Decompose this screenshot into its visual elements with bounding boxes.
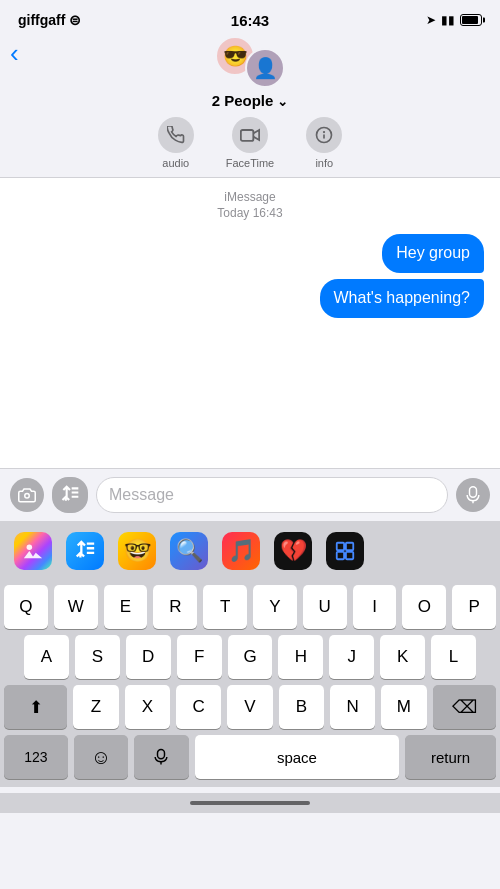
people-count-label: 2 People [212,92,274,109]
info-button[interactable]: info [306,117,342,169]
keyboard-row-2: A S D F G H J K L [0,635,500,679]
camera-button[interactable] [10,478,44,512]
battery-icon [460,14,482,26]
key-q[interactable]: Q [4,585,48,629]
signal-icon: ▮▮ [441,13,455,27]
key-n[interactable]: N [330,685,375,729]
keyboard-row-4: 123 ☺ space return [0,735,500,787]
home-indicator [190,801,310,805]
key-w[interactable]: W [54,585,98,629]
key-space[interactable]: space [195,735,399,779]
wifi-icon: ⊜ [69,12,81,28]
video-icon [232,117,268,153]
info-label: info [315,157,333,169]
group-avatars: 😎 👤 [215,36,285,88]
audio-label: audio [162,157,189,169]
svg-rect-12 [158,749,165,758]
key-k[interactable]: K [380,635,425,679]
app-tray: 🤓 🔍 🎵 💔 [0,521,500,581]
svg-rect-11 [346,552,353,559]
input-bar [0,468,500,521]
message-input[interactable] [109,486,435,504]
status-time: 16:43 [231,12,269,29]
key-d[interactable]: D [126,635,171,679]
key-delete[interactable]: ⌫ [433,685,496,729]
key-f[interactable]: F [177,635,222,679]
key-r[interactable]: R [153,585,197,629]
message-bubbles: Hey group What's happening? [16,234,484,318]
key-emoji[interactable]: ☺ [74,735,129,779]
key-microphone[interactable] [134,735,189,779]
tray-music-icon[interactable]: 🎵 [222,532,260,570]
home-indicator-bar [0,793,500,813]
key-o[interactable]: O [402,585,446,629]
key-t[interactable]: T [203,585,247,629]
message-input-wrap[interactable] [96,477,448,513]
chevron-down-icon: ⌄ [277,94,288,109]
key-shift[interactable]: ⬆ [4,685,67,729]
facetime-label: FaceTime [226,157,275,169]
contact-name[interactable]: 2 People ⌄ [212,92,289,109]
header-actions: audio FaceTime info [158,117,343,169]
date-label: Today 16:43 [217,206,282,220]
carrier-wifi: giffgaff ⊜ [18,12,81,28]
svg-rect-8 [337,543,344,550]
svg-rect-5 [470,487,477,498]
audio-button[interactable]: audio [158,117,194,169]
carrier-text: giffgaff [18,12,65,28]
location-icon: ➤ [426,13,436,27]
service-label: iMessage [224,190,275,204]
key-m[interactable]: M [381,685,426,729]
key-v[interactable]: V [227,685,272,729]
svg-rect-9 [346,543,353,550]
audio-input-button[interactable] [456,478,490,512]
keyboard-row-1: Q W E R T Y U I O P [0,585,500,629]
key-u[interactable]: U [303,585,347,629]
avatar-2: 👤 [245,48,285,88]
keyboard: Q W E R T Y U I O P A S D F G H J K L ⬆ … [0,581,500,787]
key-x[interactable]: X [125,685,170,729]
key-j[interactable]: J [329,635,374,679]
key-return[interactable]: return [405,735,496,779]
status-indicators: ➤ ▮▮ [426,13,482,27]
key-g[interactable]: G [228,635,273,679]
tray-photos-icon[interactable] [14,532,52,570]
tray-search-icon[interactable]: 🔍 [170,532,208,570]
key-b[interactable]: B [279,685,324,729]
key-a[interactable]: A [24,635,69,679]
key-l[interactable]: L [431,635,476,679]
message-bubble-2: What's happening? [320,279,484,318]
info-icon [306,117,342,153]
message-bubble-1: Hey group [382,234,484,273]
tray-snippets-icon[interactable] [326,532,364,570]
key-c[interactable]: C [176,685,221,729]
svg-point-7 [27,545,32,551]
key-i[interactable]: I [353,585,397,629]
key-y[interactable]: Y [253,585,297,629]
key-numbers[interactable]: 123 [4,735,68,779]
keyboard-row-3: ⬆ Z X C V B N M ⌫ [0,685,500,729]
back-button[interactable]: ‹ [10,38,19,69]
apps-button[interactable] [52,477,88,513]
svg-rect-0 [241,130,254,141]
key-s[interactable]: S [75,635,120,679]
key-p[interactable]: P [452,585,496,629]
svg-point-4 [25,494,30,499]
key-h[interactable]: H [278,635,323,679]
tray-appstore-icon[interactable] [66,532,104,570]
messages-area: iMessage Today 16:43 Hey group What's ha… [0,178,500,468]
tray-memoji-icon[interactable]: 🤓 [118,532,156,570]
tray-heart-icon[interactable]: 💔 [274,532,312,570]
key-z[interactable]: Z [73,685,118,729]
phone-icon [158,117,194,153]
svg-rect-10 [337,552,344,559]
key-e[interactable]: E [104,585,148,629]
facetime-button[interactable]: FaceTime [226,117,275,169]
back-chevron-icon: ‹ [10,38,19,69]
conversation-header: ‹ 😎 👤 2 People ⌄ audio FaceTime [0,36,500,178]
status-bar: giffgaff ⊜ 16:43 ➤ ▮▮ [0,0,500,36]
